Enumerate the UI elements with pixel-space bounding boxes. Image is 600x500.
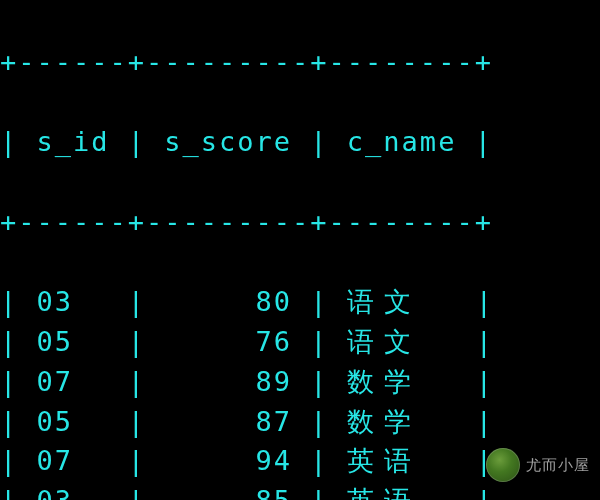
table-row: | 05 | 87 | 数学 | — [0, 402, 600, 442]
mysql-terminal-output: +------+---------+--------+ | s_id | s_s… — [0, 0, 600, 500]
table-row: | 03 | 85 | 英语 | — [0, 481, 600, 500]
watermark-name: 尤而小屋 — [526, 456, 590, 475]
table-header: | s_id | s_score | c_name | — [0, 122, 600, 162]
wechat-watermark: 尤而小屋 — [486, 448, 590, 482]
table-border: +------+---------+--------+ — [0, 202, 600, 242]
table-row: | 03 | 80 | 语文 | — [0, 282, 600, 322]
table-border: +------+---------+--------+ — [0, 42, 600, 82]
avatar — [486, 448, 520, 482]
table-row: | 05 | 76 | 语文 | — [0, 322, 600, 362]
table-row: | 07 | 89 | 数学 | — [0, 362, 600, 402]
